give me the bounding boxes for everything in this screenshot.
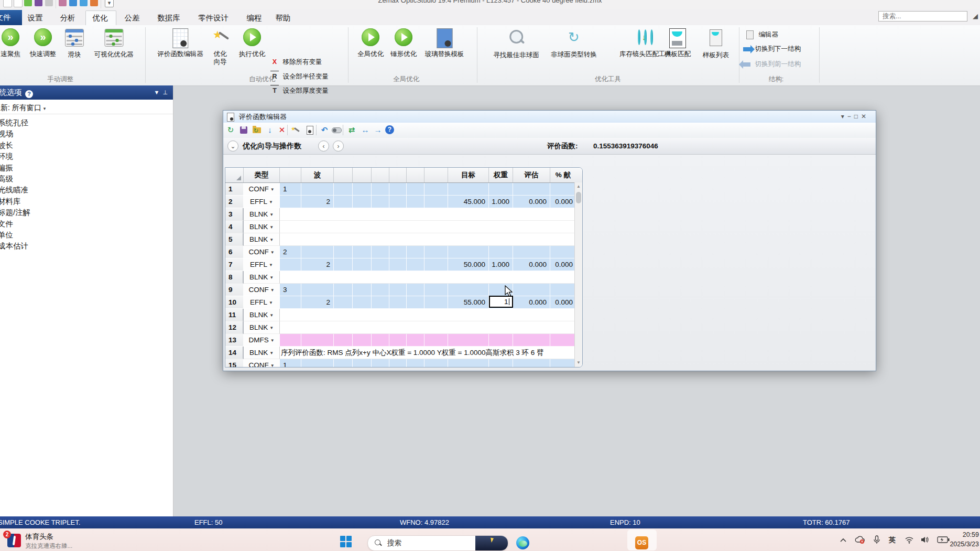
cell-contrib[interactable] <box>550 221 576 233</box>
update-selector[interactable]: 更新: 所有窗口 ▾ <box>0 101 173 114</box>
col-weight[interactable]: 权重 <box>489 168 513 182</box>
window-menu-icon[interactable]: ▾ <box>841 113 847 120</box>
row-number[interactable]: 3 <box>225 208 244 221</box>
row-number[interactable]: 6 <box>225 246 244 258</box>
new-file-icon[interactable] <box>3 0 12 7</box>
table-row[interactable]: 14 BLNK▼ 序列评价函数: RMS 点列x+y 中心X权重 = 1.000… <box>225 347 582 359</box>
scrollbar-thumb[interactable] <box>576 192 581 203</box>
cell-wave[interactable] <box>301 309 334 321</box>
sidebar-item[interactable]: 光线瞄准 <box>0 185 30 196</box>
expand-wizard-icon[interactable]: ⌄ <box>227 141 238 152</box>
cell-config[interactable] <box>280 334 301 347</box>
cell-config[interactable] <box>280 258 301 271</box>
cell-target[interactable] <box>448 246 489 258</box>
cell-target[interactable] <box>448 221 489 233</box>
pin-icon[interactable]: ⊥ <box>162 89 168 95</box>
cell-contrib[interactable]: 0.000 <box>550 258 576 271</box>
select-all-corner[interactable] <box>225 168 244 182</box>
clock[interactable]: 20:59 2025/3/23 <box>950 530 979 549</box>
update-icon[interactable]: ↻ <box>225 125 236 135</box>
cell-value[interactable] <box>513 246 550 258</box>
set-all-thickness-variable-button[interactable]: T 设全部厚度变量 <box>270 85 329 95</box>
cell-target[interactable] <box>448 334 489 347</box>
cell-value[interactable] <box>513 309 550 321</box>
tool-icon[interactable] <box>59 0 67 6</box>
cell-weight[interactable] <box>489 221 513 233</box>
save-icon[interactable] <box>35 0 42 6</box>
cell-contrib[interactable] <box>550 271 576 284</box>
cell-target[interactable]: 50.000 <box>448 258 489 271</box>
go-to-icon[interactable]: → <box>373 125 383 135</box>
cell-config[interactable] <box>280 309 301 321</box>
table-row[interactable]: 15 CONF▼ 1 <box>225 359 582 368</box>
editor-titlebar[interactable]: 评价函数编辑器 ▾−□✕ <box>223 111 876 123</box>
update-all-icon[interactable]: ⇄ <box>346 125 357 135</box>
tab-tolerance[interactable]: 公差 <box>125 11 140 25</box>
undo-icon[interactable] <box>80 0 88 6</box>
cell-target[interactable] <box>448 183 489 196</box>
row-number[interactable]: 10 <box>225 296 244 309</box>
row-number[interactable]: 9 <box>225 284 244 296</box>
cell-contrib[interactable] <box>550 284 576 296</box>
cell-weight[interactable] <box>489 246 513 258</box>
tab-libraries[interactable]: 数据库 <box>157 11 180 25</box>
ime-indicator[interactable]: 英 <box>889 535 896 545</box>
tab-part-design[interactable]: 零件设计 <box>198 11 228 25</box>
table-row[interactable]: 13 DMFS▼ <box>225 334 582 347</box>
speaker-icon[interactable] <box>920 536 930 544</box>
set-all-radii-variable-button[interactable]: R 设全部半径变量 <box>270 71 329 81</box>
tab-help[interactable]: 帮助 <box>276 11 291 25</box>
cell-wave[interactable] <box>301 208 334 221</box>
operand-type-dropdown[interactable]: BLNK▼ <box>244 347 280 359</box>
asphere-type-convert-button[interactable]: ↻ 非球面类型转换 <box>551 27 597 59</box>
table-row[interactable]: 7 EFFL▼ 2 50.000 1.000 0.000 0.000 <box>225 258 582 271</box>
table-row[interactable]: 3 BLNK▼ <box>225 208 582 221</box>
table-row[interactable]: 2 EFFL▼ 2 45.000 1.000 0.000 0.000 <box>225 196 582 208</box>
col-contrib[interactable]: % 献 <box>550 168 576 182</box>
merit-editor-button[interactable]: 评价函数编辑器 <box>157 27 203 58</box>
sidebar-item[interactable]: 材料库 <box>0 196 30 207</box>
row-number[interactable]: 14 <box>225 347 244 359</box>
operand-type-dropdown[interactable]: BLNK▼ <box>244 309 280 321</box>
cell-contrib[interactable] <box>550 233 576 246</box>
cell-value[interactable]: 0.000 <box>513 296 550 309</box>
sidebar-item[interactable]: 标题/注解 <box>0 207 30 218</box>
tab-optimize[interactable]: 优化 <box>93 11 108 25</box>
cell-wave[interactable] <box>301 284 334 296</box>
col-type[interactable]: 类型 <box>244 168 280 182</box>
cell-config[interactable] <box>280 296 301 309</box>
sidebar-item[interactable]: 文件 <box>0 219 30 230</box>
operand-type-dropdown[interactable]: BLNK▼ <box>244 221 280 233</box>
tab-settings[interactable]: 设置 <box>28 11 43 25</box>
cell-target[interactable] <box>448 233 489 246</box>
cell-value[interactable] <box>513 233 550 246</box>
sidebar-item[interactable]: 系统孔径 <box>0 117 30 128</box>
row-number[interactable]: 4 <box>225 221 244 233</box>
cell-config[interactable]: 2 <box>280 246 301 258</box>
slider-button[interactable]: 滑块 <box>64 27 84 59</box>
cell-weight[interactable] <box>489 309 513 321</box>
cut-icon[interactable] <box>69 0 77 6</box>
cell-target[interactable] <box>448 309 489 321</box>
auto-update-toggle-icon[interactable] <box>331 125 342 135</box>
maximize-icon[interactable]: □ <box>854 113 861 120</box>
glass-substitution-button[interactable]: 玻璃替换模板 <box>425 27 464 58</box>
cell-wave[interactable] <box>301 359 334 368</box>
operand-type-dropdown[interactable]: BLNK▼ <box>244 271 280 284</box>
page-icon[interactable] <box>14 0 23 7</box>
cell-weight[interactable] <box>489 271 513 284</box>
cell-weight[interactable]: 1.000 <box>489 258 513 271</box>
taskbar-search[interactable]: 搜索 <box>367 535 508 551</box>
cell-target[interactable] <box>448 321 489 334</box>
undo-icon[interactable]: ↶ <box>319 125 330 135</box>
cell-contrib[interactable] <box>550 208 576 221</box>
stock-lens-matching-button[interactable]: ↓ 库存镜头匹配工具 <box>619 27 672 58</box>
ribbon-search-input[interactable] <box>878 11 967 21</box>
cell-value[interactable]: 0.000 <box>513 196 550 208</box>
cell-contrib[interactable] <box>550 183 576 196</box>
weight-edit-cell[interactable]: 1 <box>489 296 513 308</box>
hammer-optimize-button[interactable]: 锤形优化 <box>390 27 417 58</box>
test-plate-fit-button[interactable]: 样板匹配 <box>665 27 691 58</box>
minimize-icon[interactable]: − <box>847 113 854 120</box>
collapse-icon[interactable]: ▼ <box>154 89 159 95</box>
